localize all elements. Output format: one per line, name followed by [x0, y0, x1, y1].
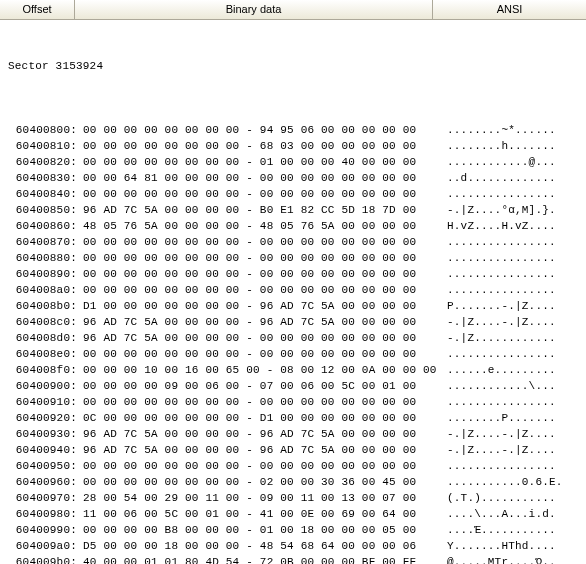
hex-row: 60400870:00 00 00 00 00 00 00 00 - 00 00…	[8, 234, 586, 250]
ansi-cell: H.vZ....H.vZ....	[441, 218, 586, 234]
header-ansi[interactable]: ANSI	[433, 0, 586, 19]
ansi-cell: ................	[441, 458, 586, 474]
ansi-cell: ..d.............	[441, 170, 586, 186]
offset-cell: 604008d0:	[8, 330, 83, 346]
offset-cell: 60400860:	[8, 218, 83, 234]
hex-row: 60400980:11 00 06 00 5C 00 01 00 - 41 00…	[8, 506, 586, 522]
ansi-cell: ................	[441, 266, 586, 282]
column-headers: Offset Binary data ANSI	[0, 0, 586, 20]
hex-row: 60400860:48 05 76 5A 00 00 00 00 - 48 05…	[8, 218, 586, 234]
bytes-cell: 48 05 76 5A 00 00 00 00 - 48 05 76 5A 00…	[83, 218, 441, 234]
hex-viewer-content: Sector 3153924 60400800:00 00 00 00 00 0…	[0, 20, 586, 564]
ansi-cell: -.|Z....-.|Z....	[441, 314, 586, 330]
offset-cell: 60400890:	[8, 266, 83, 282]
offset-cell: 60400800:	[8, 122, 83, 138]
hex-row: 604008d0:96 AD 7C 5A 00 00 00 00 - 00 00…	[8, 330, 586, 346]
offset-cell: 60400980:	[8, 506, 83, 522]
hex-row: 60400900:00 00 00 00 09 00 06 00 - 07 00…	[8, 378, 586, 394]
offset-cell: 60400830:	[8, 170, 83, 186]
ansi-cell: ................	[441, 250, 586, 266]
hex-row: 604008e0:00 00 00 00 00 00 00 00 - 00 00…	[8, 346, 586, 362]
bytes-cell: 00 00 00 10 00 16 00 65 00 - 08 00 12 00…	[83, 362, 441, 378]
offset-cell: 60400990:	[8, 522, 83, 538]
bytes-cell: 00 00 00 00 00 00 00 00 - 94 95 06 00 00…	[83, 122, 441, 138]
offset-cell: 60400900:	[8, 378, 83, 394]
bytes-cell: 96 AD 7C 5A 00 00 00 00 - 96 AD 7C 5A 00…	[83, 442, 441, 458]
bytes-cell: 11 00 06 00 5C 00 01 00 - 41 00 0E 00 69…	[83, 506, 441, 522]
ansi-cell: -.|Z....-.|Z....	[441, 426, 586, 442]
hex-row: 604008f0:00 00 00 10 00 16 00 65 00 - 08…	[8, 362, 586, 378]
bytes-cell: 00 00 00 00 B8 00 00 00 - 01 00 18 00 00…	[83, 522, 441, 538]
ansi-cell: ....\...A...i.d.	[441, 506, 586, 522]
offset-cell: 604008c0:	[8, 314, 83, 330]
hex-row: 60400970:28 00 54 00 29 00 11 00 - 09 00…	[8, 490, 586, 506]
hex-row: 604009a0:D5 00 00 00 18 00 00 00 - 48 54…	[8, 538, 586, 554]
hex-rows: 60400800:00 00 00 00 00 00 00 00 - 94 95…	[8, 122, 586, 564]
ansi-cell: -.|Z............	[441, 330, 586, 346]
offset-cell: 604008b0:	[8, 298, 83, 314]
ansi-cell: ......e.........	[441, 362, 586, 378]
ansi-cell: ............@...	[441, 154, 586, 170]
hex-row: 60400920:0C 00 00 00 00 00 00 00 - D1 00…	[8, 410, 586, 426]
offset-cell: 60400950:	[8, 458, 83, 474]
offset-cell: 60400820:	[8, 154, 83, 170]
ansi-cell: ................	[441, 234, 586, 250]
offset-cell: 604008f0:	[8, 362, 83, 378]
hex-row: 604008c0:96 AD 7C 5A 00 00 00 00 - 96 AD…	[8, 314, 586, 330]
hex-row: 60400840:00 00 00 00 00 00 00 00 - 00 00…	[8, 186, 586, 202]
offset-cell: 60400880:	[8, 250, 83, 266]
ansi-cell: ................	[441, 346, 586, 362]
offset-cell: 60400920:	[8, 410, 83, 426]
hex-row: 604008a0:00 00 00 00 00 00 00 00 - 00 00…	[8, 282, 586, 298]
hex-row: 60400800:00 00 00 00 00 00 00 00 - 94 95…	[8, 122, 586, 138]
header-offset[interactable]: Offset	[0, 0, 75, 19]
ansi-cell: -.|Z....-.|Z....	[441, 442, 586, 458]
bytes-cell: 00 00 00 00 00 00 00 00 - 00 00 00 00 00…	[83, 458, 441, 474]
header-binary[interactable]: Binary data	[75, 0, 433, 19]
offset-cell: 60400840:	[8, 186, 83, 202]
bytes-cell: 00 00 00 00 00 00 00 00 - 02 00 00 30 36…	[83, 474, 441, 490]
bytes-cell: 00 00 00 00 09 00 06 00 - 07 00 06 00 5C…	[83, 378, 441, 394]
hex-row: 60400820:00 00 00 00 00 00 00 00 - 01 00…	[8, 154, 586, 170]
ansi-cell: @.....MTr....Ώ..	[441, 554, 586, 564]
hex-row: 604008b0:D1 00 00 00 00 00 00 00 - 96 AD…	[8, 298, 586, 314]
ansi-cell: -.|Z....°α,Μ].}.	[441, 202, 586, 218]
offset-cell: 60400960:	[8, 474, 83, 490]
hex-row: 60400930:96 AD 7C 5A 00 00 00 00 - 96 AD…	[8, 426, 586, 442]
bytes-cell: 00 00 64 81 00 00 00 00 - 00 00 00 00 00…	[83, 170, 441, 186]
offset-cell: 604008e0:	[8, 346, 83, 362]
ansi-cell: ............\...	[441, 378, 586, 394]
ansi-cell: (.T.)...........	[441, 490, 586, 506]
ansi-cell: ........h.......	[441, 138, 586, 154]
offset-cell: 60400870:	[8, 234, 83, 250]
bytes-cell: 40 00 00 01 01 80 4D 54 - 72 0B 00 00 00…	[83, 554, 441, 564]
bytes-cell: 00 00 00 00 00 00 00 00 - 00 00 00 00 00…	[83, 186, 441, 202]
bytes-cell: 00 00 00 00 00 00 00 00 - 00 00 00 00 00…	[83, 234, 441, 250]
offset-cell: 60400850:	[8, 202, 83, 218]
sector-label: Sector 3153924	[8, 58, 586, 74]
bytes-cell: 96 AD 7C 5A 00 00 00 00 - 96 AD 7C 5A 00…	[83, 426, 441, 442]
offset-cell: 60400930:	[8, 426, 83, 442]
hex-row: 60400940:96 AD 7C 5A 00 00 00 00 - 96 AD…	[8, 442, 586, 458]
bytes-cell: D5 00 00 00 18 00 00 00 - 48 54 68 64 00…	[83, 538, 441, 554]
offset-cell: 60400940:	[8, 442, 83, 458]
hex-row: 60400910:00 00 00 00 00 00 00 00 - 00 00…	[8, 394, 586, 410]
offset-cell: 604009b0:	[8, 554, 83, 564]
bytes-cell: 96 AD 7C 5A 00 00 00 00 - 96 AD 7C 5A 00…	[83, 314, 441, 330]
bytes-cell: 00 00 00 00 00 00 00 00 - 00 00 00 00 00…	[83, 346, 441, 362]
bytes-cell: 00 00 00 00 00 00 00 00 - 00 00 00 00 00…	[83, 266, 441, 282]
hex-row: 60400830:00 00 64 81 00 00 00 00 - 00 00…	[8, 170, 586, 186]
bytes-cell: 00 00 00 00 00 00 00 00 - 01 00 00 00 40…	[83, 154, 441, 170]
hex-row: 60400850:96 AD 7C 5A 00 00 00 00 - B0 E1…	[8, 202, 586, 218]
offset-cell: 604008a0:	[8, 282, 83, 298]
hex-row: 60400950:00 00 00 00 00 00 00 00 - 00 00…	[8, 458, 586, 474]
bytes-cell: 00 00 00 00 00 00 00 00 - 00 00 00 00 00…	[83, 282, 441, 298]
ansi-cell: ........~*......	[441, 122, 586, 138]
hex-row: 60400810:00 00 00 00 00 00 00 00 - 68 03…	[8, 138, 586, 154]
hex-row: 60400890:00 00 00 00 00 00 00 00 - 00 00…	[8, 266, 586, 282]
ansi-cell: ....Έ...........	[441, 522, 586, 538]
hex-row: 604009b0:40 00 00 01 01 80 4D 54 - 72 0B…	[8, 554, 586, 564]
ansi-cell: ................	[441, 282, 586, 298]
bytes-cell: D1 00 00 00 00 00 00 00 - 96 AD 7C 5A 00…	[83, 298, 441, 314]
offset-cell: 60400970:	[8, 490, 83, 506]
